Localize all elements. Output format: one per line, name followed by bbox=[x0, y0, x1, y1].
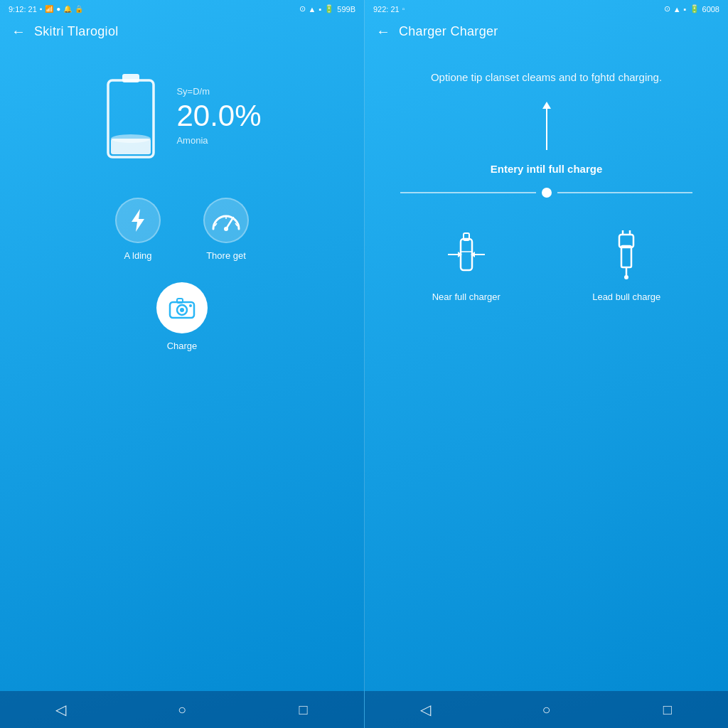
svg-point-14 bbox=[189, 304, 192, 307]
svg-rect-1 bbox=[122, 74, 139, 82]
msg-icon: ● bbox=[56, 5, 60, 13]
svg-point-3 bbox=[111, 134, 151, 143]
gps-icon: ⊙ bbox=[299, 4, 306, 14]
svg-point-12 bbox=[180, 308, 184, 312]
slider-line-right bbox=[557, 192, 693, 193]
svg-point-27 bbox=[624, 275, 628, 279]
svg-marker-4 bbox=[132, 209, 144, 232]
plug-icon bbox=[609, 226, 644, 283]
svg-rect-19 bbox=[461, 239, 472, 270]
status-bar-right: 922: 21 ▫ ⊙ ▲ ▪ 🔋 6008 bbox=[365, 0, 728, 18]
page-title-right: Charger Charger bbox=[399, 24, 498, 39]
status-time-left: 9:12: 21 ▪ 📶 ● 🔔 🔒 bbox=[9, 5, 83, 14]
status-icons-right: ⊙ ▲ ▪ 🔋 6008 bbox=[664, 4, 719, 14]
recents-nav-left[interactable]: □ bbox=[289, 695, 318, 724]
charge-options: Near full charger bbox=[379, 212, 714, 316]
battery-icon-r: 🔋 bbox=[690, 4, 700, 14]
phone-left: 9:12: 21 ▪ 📶 ● 🔔 🔒 ⊙ ▲ ▪ 🔋 599B ← Skitri… bbox=[0, 0, 364, 728]
signal-icon-r: ▲ bbox=[673, 5, 681, 14]
status-bar-left: 9:12: 21 ▪ 📶 ● 🔔 🔒 ⊙ ▲ ▪ 🔋 599B bbox=[0, 0, 364, 18]
lock-icon: 🔒 bbox=[75, 5, 83, 13]
action-thore-get[interactable]: Thore get bbox=[203, 198, 249, 261]
action-charge[interactable]: Charge bbox=[156, 282, 208, 351]
action-grid: A lding bbox=[0, 176, 364, 351]
near-full-label: Near full charger bbox=[432, 291, 500, 302]
battery-sublabel: Amonia bbox=[176, 135, 261, 146]
slider-label: Entery intil full charge bbox=[491, 163, 603, 175]
status-icons-left: ⊙ ▲ ▪ 🔋 599B bbox=[299, 4, 356, 14]
status-time-right: 922: 21 ▫ bbox=[373, 5, 405, 14]
time-left: 9:12: 21 bbox=[9, 5, 37, 14]
option-lead-bull[interactable]: Lead bull charge bbox=[592, 226, 660, 302]
battery-pct-status: 599B bbox=[337, 5, 355, 14]
option-near-full[interactable]: Near full charger bbox=[432, 226, 500, 302]
usb-icon bbox=[445, 226, 488, 283]
home-nav-left[interactable]: ○ bbox=[168, 695, 196, 724]
charge-label: Charge bbox=[167, 341, 198, 351]
recents-nav-right[interactable]: □ bbox=[653, 695, 682, 724]
home-nav-right[interactable]: ○ bbox=[532, 695, 560, 724]
page-title-left: Skitri Tlarogiol bbox=[34, 24, 119, 39]
network-icon: ▪ bbox=[318, 5, 321, 14]
phone-right: 922: 21 ▫ ⊙ ▲ ▪ 🔋 6008 ← Charger Charger… bbox=[364, 0, 728, 728]
a-lding-label: A lding bbox=[124, 250, 151, 261]
slider-track[interactable] bbox=[400, 188, 692, 198]
battery-percent: 20.0% bbox=[176, 100, 261, 132]
slider-section: Entery intil full charge bbox=[379, 100, 714, 205]
charge-icon-circle bbox=[156, 282, 208, 333]
battery-section: Sy=D/m 20.0% Amonia bbox=[0, 48, 364, 176]
slider-arrow bbox=[546, 107, 547, 150]
bell-icon: 🔔 bbox=[63, 5, 72, 13]
back-nav-left[interactable]: ◁ bbox=[46, 695, 75, 724]
header-right: ← Charger Charger bbox=[365, 18, 728, 48]
action-a-lding[interactable]: A lding bbox=[115, 198, 161, 261]
slider-line-left bbox=[400, 192, 536, 193]
battery-pct-r: 6008 bbox=[702, 5, 719, 14]
time-right: 922: 21 bbox=[373, 5, 400, 14]
speedometer-icon-circle bbox=[203, 198, 249, 243]
right-content: Optione tip clanset cleams and to fghtd … bbox=[365, 48, 728, 728]
battery-label: Sy=D/m bbox=[176, 86, 261, 97]
sim-icon: ▪ bbox=[40, 5, 43, 13]
gps-icon-r: ⊙ bbox=[664, 4, 670, 14]
action-row-1: A lding bbox=[115, 198, 249, 261]
svg-rect-22 bbox=[621, 246, 631, 267]
battery-info: Sy=D/m 20.0% Amonia bbox=[176, 86, 261, 146]
bolt-icon-circle bbox=[115, 198, 161, 243]
lead-bull-label: Lead bull charge bbox=[592, 291, 660, 302]
svg-point-6 bbox=[224, 227, 228, 231]
thore-get-label: Thore get bbox=[206, 250, 246, 261]
back-button-right[interactable]: ← bbox=[376, 23, 390, 40]
back-nav-right[interactable]: ◁ bbox=[411, 695, 439, 724]
bottom-nav-left: ◁ ○ □ bbox=[0, 691, 364, 728]
battery-visual bbox=[102, 70, 159, 162]
signal-icon: ▲ bbox=[309, 5, 316, 14]
arrow-up-icon bbox=[546, 107, 547, 150]
description-text: Optione tip clanset cleams and to fghtd … bbox=[379, 55, 714, 93]
back-button-left[interactable]: ← bbox=[11, 23, 26, 40]
wifi-icon: 📶 bbox=[45, 5, 53, 13]
svg-rect-13 bbox=[177, 299, 183, 303]
slider-handle[interactable] bbox=[542, 188, 552, 198]
header-left: ← Skitri Tlarogiol bbox=[0, 18, 364, 48]
network-icon-r: ▪ bbox=[684, 5, 687, 14]
bottom-nav-right: ◁ ○ □ bbox=[365, 691, 728, 728]
battery-icon-status: 🔋 bbox=[324, 4, 334, 14]
notif-icon: ▫ bbox=[402, 5, 405, 13]
action-row-2: Charge bbox=[156, 282, 208, 351]
